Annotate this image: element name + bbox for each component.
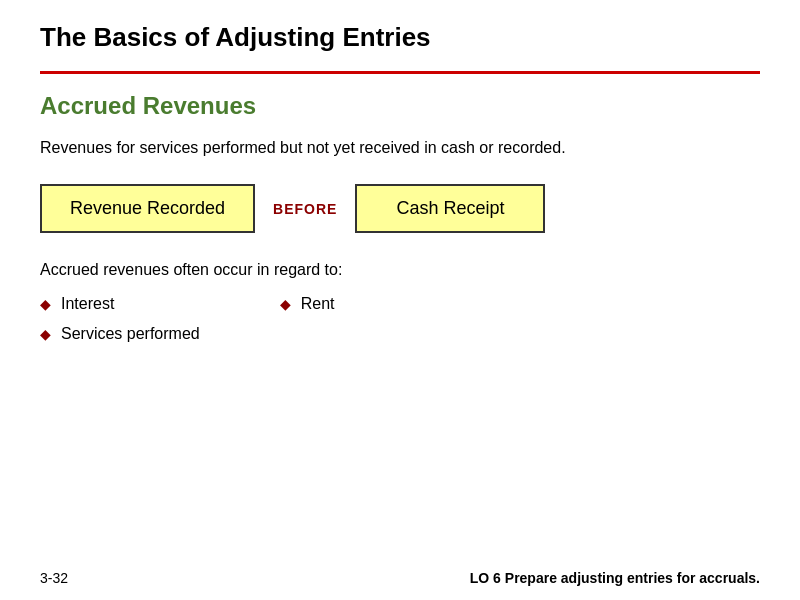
bullet-rent: Rent [301,295,335,313]
bullet-services: Services performed [61,325,200,343]
lo-text: LO 6 Prepare adjusting entries for accru… [470,570,760,586]
slide-title: The Basics of Adjusting Entries [40,22,760,53]
description-text: Revenues for services performed but not … [40,136,760,160]
slide: The Basics of Adjusting Entries Accrued … [0,0,800,600]
header-area: The Basics of Adjusting Entries [0,0,800,71]
bullet-col-1: ◆ Interest ◆ Services performed [40,295,200,343]
diamond-icon-2: ◆ [40,326,51,342]
section-title: Accrued Revenues [40,92,760,120]
diamond-icon-1: ◆ [40,296,51,312]
bullet-row: ◆ Interest ◆ Services performed ◆ Rent [40,295,760,343]
list-item: ◆ Interest [40,295,200,313]
accrued-occur-text: Accrued revenues often occur in regard t… [40,261,760,279]
footer-area: 3-32 LO 6 Prepare adjusting entries for … [0,570,800,586]
bullet-col-2: ◆ Rent [280,295,335,343]
diamond-icon-3: ◆ [280,296,291,312]
list-item: ◆ Rent [280,295,335,313]
content-area: Accrued Revenues Revenues for services p… [0,74,800,343]
bullet-interest: Interest [61,295,114,313]
before-label: BEFORE [273,201,337,217]
cash-receipt-box: Cash Receipt [355,184,545,233]
slide-number: 3-32 [40,570,68,586]
revenue-recorded-box: Revenue Recorded [40,184,255,233]
boxes-row: Revenue Recorded BEFORE Cash Receipt [40,184,760,233]
list-item: ◆ Services performed [40,325,200,343]
